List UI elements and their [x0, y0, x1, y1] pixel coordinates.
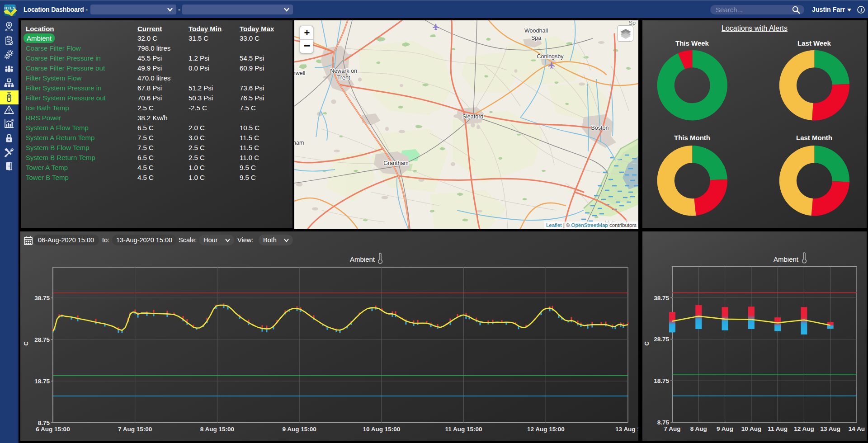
svg-text:8.75: 8.75: [657, 419, 670, 426]
svg-text:11 Aug: 11 Aug: [768, 425, 788, 432]
svg-text:Woodhall: Woodhall: [524, 28, 548, 34]
svg-text:8 Aug: 8 Aug: [690, 425, 707, 432]
svg-text:Coningsby: Coningsby: [537, 53, 564, 60]
svg-text:Trent: Trent: [337, 75, 350, 81]
svg-text:Spa: Spa: [531, 35, 541, 41]
svg-text:C: C: [643, 341, 650, 346]
svg-text:C: C: [23, 341, 29, 346]
svg-text:Boston: Boston: [591, 125, 609, 131]
svg-text:9 Aug: 9 Aug: [717, 425, 733, 432]
svg-text:12 Aug 15:00: 12 Aug 15:00: [527, 426, 565, 433]
svg-text:6 Aug 15:00: 6 Aug 15:00: [36, 426, 70, 433]
svg-text:38.75: 38.75: [654, 295, 669, 302]
svg-text:13 Aug: 13 Aug: [820, 425, 840, 432]
svg-text:8.75: 8.75: [38, 419, 50, 426]
svg-text:Bingham: Bingham: [294, 140, 304, 146]
svg-text:10 Aug: 10 Aug: [741, 425, 762, 432]
svg-text:14 Au: 14 Au: [849, 425, 865, 432]
svg-text:18.75: 18.75: [34, 378, 50, 385]
svg-text:7 Aug: 7 Aug: [664, 425, 681, 432]
svg-text:28.75: 28.75: [654, 336, 669, 343]
svg-text:18.75: 18.75: [654, 377, 669, 384]
svg-text:10 Aug 15:00: 10 Aug 15:00: [363, 426, 401, 433]
svg-text:28.75: 28.75: [34, 336, 50, 343]
svg-text:12 Aug: 12 Aug: [794, 425, 814, 432]
svg-text:38.75: 38.75: [34, 295, 50, 302]
svg-text:8 Aug 15:00: 8 Aug 15:00: [200, 426, 234, 433]
svg-text:RTLS: RTLS: [5, 5, 16, 10]
svg-text:Southwell: Southwell: [294, 70, 305, 76]
svg-text:Sleaford: Sleaford: [462, 113, 484, 120]
svg-text:Grantham: Grantham: [383, 160, 409, 166]
svg-text:i: i: [860, 7, 862, 13]
svg-text:13 Aug 1: 13 Aug 1: [615, 426, 638, 433]
svg-text:9 Aug 15:00: 9 Aug 15:00: [282, 426, 316, 433]
svg-text:7 Aug 15:00: 7 Aug 15:00: [118, 426, 152, 433]
svg-text:11 Aug 15:00: 11 Aug 15:00: [445, 426, 482, 433]
svg-text:Newark on: Newark on: [330, 68, 357, 74]
